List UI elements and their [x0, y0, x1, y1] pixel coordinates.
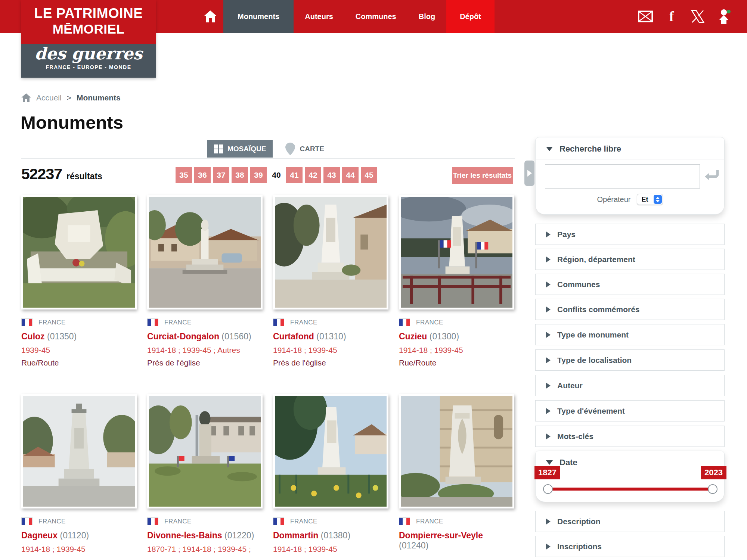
page-38[interactable]: 38 — [232, 167, 248, 183]
monument-photo[interactable] — [273, 394, 388, 508]
monument-photo[interactable] — [147, 195, 263, 309]
monument-name-link[interactable]: Divonne-les-Bains — [147, 531, 222, 540]
sidebar-collapse-handle[interactable] — [524, 161, 534, 186]
filter-type-devenement[interactable]: Type d'événement — [535, 400, 725, 421]
france-flag-icon — [21, 318, 32, 326]
chevron-right-icon — [546, 383, 551, 389]
page-39[interactable]: 39 — [250, 167, 267, 183]
mosaic-view-button[interactable]: MOSAÏQUE — [207, 140, 273, 158]
monument-name-link[interactable]: Dommartin — [273, 531, 318, 540]
filter-mots-cles[interactable]: Mots-clés — [535, 426, 725, 447]
logo-bottom: des guerres FRANCE - EUROPE - MONDE — [21, 44, 156, 78]
breadcrumb-accueil[interactable]: Accueil — [36, 93, 62, 102]
return-arrow-icon — [704, 168, 720, 183]
monument-photo[interactable] — [273, 195, 388, 309]
search-submit-button[interactable] — [704, 168, 720, 184]
page-43[interactable]: 43 — [323, 167, 340, 183]
monument-name-link[interactable]: Curciat-Dongalon — [147, 332, 219, 341]
chevron-right-icon — [546, 231, 551, 237]
slider-handle-max[interactable] — [708, 484, 717, 494]
nav-home[interactable] — [197, 0, 223, 33]
breadcrumb-current: Monuments — [77, 93, 121, 102]
monument-conflicts: 1914-18 ; 1939-45 — [21, 545, 137, 554]
monument-photo[interactable] — [21, 394, 137, 508]
monument-photo-placeholder — [401, 396, 512, 507]
monument-name-link[interactable]: Culoz — [21, 332, 45, 341]
monument-code: (01380) — [321, 531, 350, 540]
france-flag-icon — [273, 517, 284, 525]
monument-name-link[interactable]: Curtafond — [273, 332, 314, 341]
monument-card: FRANCE Divonne-les-Bains (01220) 1870-71… — [147, 394, 263, 557]
mosaic-grid-icon — [214, 144, 223, 153]
results-summary: 52237 résultats — [21, 165, 102, 183]
free-search-header[interactable]: Recherche libre — [536, 137, 724, 159]
x-twitter-icon[interactable] — [690, 9, 705, 24]
page-44[interactable]: 44 — [342, 167, 359, 183]
monument-card: FRANCE Dagneux (01120) 1914-18 ; 1939-45 — [21, 394, 137, 557]
date-filter-header[interactable]: Date — [536, 451, 724, 469]
monuments-page: Monuments Auteurs Communes Blog Dépôt f — [0, 0, 747, 560]
nav-item-blog[interactable]: Blog — [407, 0, 446, 33]
filter-description[interactable]: Description — [535, 511, 725, 532]
monument-name-link[interactable]: Dompierre-sur-Veyle — [399, 531, 483, 540]
monument-name-link[interactable]: Dagneux — [21, 531, 58, 540]
nav-item-communes[interactable]: Communes — [344, 0, 407, 33]
page-35[interactable]: 35 — [176, 167, 192, 183]
monument-photo[interactable] — [147, 394, 263, 508]
slider-handle-min[interactable] — [543, 484, 553, 494]
filter-inscriptions[interactable]: Inscriptions — [535, 536, 725, 557]
page-45[interactable]: 45 — [361, 167, 377, 183]
filter-auteur[interactable]: Auteur — [535, 375, 725, 396]
operator-select[interactable]: Et — [637, 194, 663, 205]
monument-card: FRANCE Curciat-Dongalon (01560) 1914-18 … — [147, 195, 263, 367]
france-flag-icon — [147, 318, 158, 326]
account-icon[interactable] — [716, 9, 731, 24]
sort-results-button[interactable]: Trier les résultats — [452, 167, 513, 184]
mail-icon[interactable] — [638, 9, 653, 24]
pagination: 35 36 37 38 39 40 41 42 43 44 45 — [176, 167, 377, 183]
monument-name-link[interactable]: Cuzieu — [399, 332, 427, 341]
free-search-input[interactable] — [545, 164, 700, 189]
monument-conflicts: 1870-71 ; 1914-18 ; 1939-45 ; — [147, 545, 263, 554]
filter-pays[interactable]: Pays — [535, 224, 725, 245]
site-logo[interactable]: LE PATRIMOINE MĒMORIEL des guerres FRANC… — [21, 0, 156, 78]
home-icon — [204, 10, 217, 22]
nav-item-auteurs[interactable]: Auteurs — [294, 0, 344, 33]
filter-type-de-monument[interactable]: Type de monument — [535, 324, 725, 345]
filter-type-de-localisation[interactable]: Type de localisation — [535, 349, 725, 371]
chevron-right-icon — [546, 544, 551, 550]
filter-region-departement[interactable]: Région, département — [535, 249, 725, 270]
page-41[interactable]: 41 — [286, 167, 303, 183]
breadcrumb-separator: > — [67, 93, 71, 102]
chevron-right-icon — [527, 170, 532, 177]
nav-item-monuments[interactable]: Monuments — [223, 0, 294, 33]
chevron-right-icon — [546, 357, 551, 363]
monument-photo-placeholder — [275, 197, 387, 308]
logo-top: LE PATRIMOINE MĒMORIEL — [21, 0, 156, 44]
page-42[interactable]: 42 — [305, 167, 321, 183]
facebook-icon[interactable]: f — [664, 9, 679, 24]
filter-conflits-commemores[interactable]: Conflits commémorés — [535, 299, 725, 320]
map-view-button[interactable]: CARTE — [282, 143, 328, 155]
date-filter-panel: Date 1827 2023 — [535, 451, 725, 502]
monument-photo[interactable] — [399, 195, 514, 309]
monument-card: FRANCE Curtafond (01310) 1914-18 ; 1939-… — [273, 195, 388, 367]
free-search-body: Opérateur Et — [536, 159, 724, 165]
breadcrumb-home-icon[interactable] — [21, 93, 31, 102]
monument-code: (01120) — [60, 531, 89, 540]
nav-item-depot[interactable]: Dépôt — [446, 0, 495, 33]
monument-photo[interactable] — [399, 394, 514, 508]
monument-code: (01240) — [399, 541, 428, 550]
monument-card: FRANCE Cuzieu (01300) 1914-18 ; 1939-45 … — [399, 195, 514, 367]
chevron-right-icon — [546, 256, 551, 262]
filter-communes[interactable]: Communes — [535, 274, 725, 295]
page-36[interactable]: 36 — [194, 167, 211, 183]
monument-photo[interactable] — [21, 195, 137, 309]
monument-photo-placeholder — [149, 396, 261, 507]
page-40-current: 40 — [269, 167, 284, 183]
date-max-value: 2023 — [701, 466, 726, 479]
select-stepper-icon — [654, 195, 662, 204]
results-label: résultats — [66, 171, 102, 181]
page-37[interactable]: 37 — [213, 167, 229, 183]
slider-track — [545, 488, 716, 491]
